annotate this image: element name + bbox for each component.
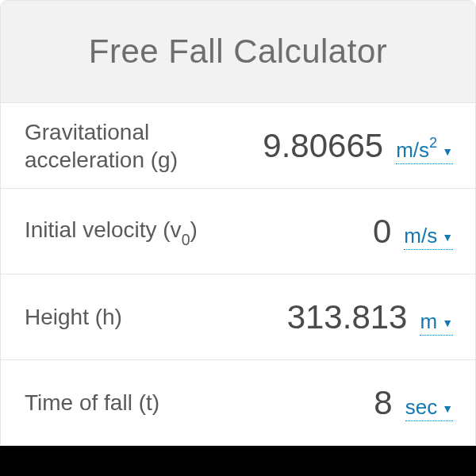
- field-value-input[interactable]: 9.80665: [263, 127, 383, 165]
- field-value-wrap: 9.80665 m/s2 ▼: [231, 127, 453, 165]
- unit-select[interactable]: sec ▼: [405, 395, 453, 421]
- field-value-input[interactable]: 8: [374, 384, 392, 422]
- unit-select[interactable]: m/s2 ▼: [396, 136, 453, 164]
- chevron-down-icon: ▼: [442, 145, 453, 158]
- chevron-down-icon: ▼: [442, 231, 453, 244]
- unit-select[interactable]: m ▼: [420, 309, 453, 336]
- field-label: Gravitational acceleration (g): [25, 118, 231, 174]
- unit-label: m/s2: [396, 136, 437, 163]
- field-label: Time of fall (t): [25, 389, 231, 416]
- field-row: Initial velocity (v0) 0 m/s ▼: [0, 189, 476, 274]
- chevron-down-icon: ▼: [442, 317, 453, 329]
- calculator-title: Free Fall Calculator: [89, 33, 387, 71]
- unit-label: m: [420, 309, 437, 334]
- field-value-input[interactable]: 0: [373, 213, 391, 251]
- field-value-input[interactable]: 313.813: [287, 298, 408, 336]
- field-value-wrap: 0 m/s ▼: [231, 213, 453, 251]
- field-value-wrap: 313.813 m ▼: [231, 298, 453, 336]
- field-value-wrap: 8 sec ▼: [231, 384, 453, 422]
- calculator-panel: Free Fall Calculator Gravitational accel…: [0, 0, 476, 446]
- footer-bar: [0, 446, 476, 476]
- unit-select[interactable]: m/s ▼: [404, 224, 453, 250]
- field-row: Height (h) 313.813 m ▼: [0, 274, 476, 360]
- field-label: Height (h): [25, 303, 231, 331]
- calculator-header: Free Fall Calculator: [0, 0, 476, 103]
- field-label: Initial velocity (v0): [25, 216, 231, 247]
- field-row: Gravitational acceleration (g) 9.80665 m…: [0, 103, 476, 189]
- unit-label: m/s: [404, 224, 437, 248]
- unit-label: sec: [405, 395, 437, 420]
- field-row: Time of fall (t) 8 sec ▼: [0, 360, 476, 446]
- chevron-down-icon: ▼: [442, 402, 453, 415]
